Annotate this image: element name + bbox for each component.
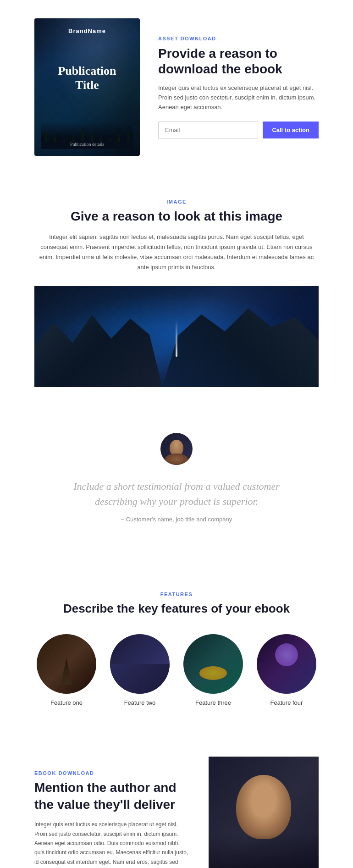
author-section: EBOOK DOWNLOAD Mention the author and th… <box>0 757 353 868</box>
cta-button-1[interactable]: Call to action <box>263 122 319 138</box>
ebook-download-label: EBOOK DOWNLOAD <box>34 770 190 776</box>
author-body: Integer quis erat luctus ex scelerisque … <box>34 820 190 868</box>
book-title-wrap: Publication Title <box>58 64 116 92</box>
author-heading: Mention the author and the value they'll… <box>34 780 190 813</box>
author-info: EBOOK DOWNLOAD Mention the author and th… <box>34 757 190 868</box>
mountains-left <box>34 306 162 387</box>
features-grid: Feature one Feature two Feature three Fe… <box>34 634 319 706</box>
image-heading: Give a reason to look at this image <box>34 209 319 224</box>
testimonial-author: – Customer's name, job title and company <box>34 516 319 523</box>
ebook-info: ASSET DOWNLOAD Provide a reason to downl… <box>158 36 319 138</box>
feature-circle-1 <box>37 634 96 694</box>
image-label: IMAGE <box>166 199 187 205</box>
email-input[interactable] <box>158 122 258 138</box>
feature-item-3: Feature three <box>181 634 245 706</box>
book-title: Publication Title <box>58 64 116 92</box>
author-photo <box>209 757 319 868</box>
book-cover: BrandName Publication Title Publication … <box>34 18 140 156</box>
feature-circle-4 <box>257 634 316 694</box>
book-details: Publication details <box>70 142 104 147</box>
email-row: Call to action <box>158 122 319 138</box>
features-heading: Describe the key features of your ebook <box>34 602 319 616</box>
feature-item-1: Feature one <box>34 634 99 706</box>
book-brand: BrandName <box>68 28 106 34</box>
mountains-right <box>162 301 319 387</box>
feature-circle-2 <box>110 634 170 694</box>
book-trees: Publication details <box>41 122 133 149</box>
testimonial-text: Include a short testimonial from a value… <box>62 479 291 509</box>
testimonial-section: Include a short testimonial from a value… <box>0 405 353 550</box>
ebook-heading: Provide a reason to download the ebook <box>158 46 319 77</box>
avatar <box>160 433 193 465</box>
features-section: FEATURES Describe the key features of yo… <box>0 569 353 729</box>
feature-label-3: Feature three <box>195 699 231 706</box>
feature-label-4: Feature four <box>270 699 303 706</box>
ebook-download-section: BrandName Publication Title Publication … <box>0 0 353 174</box>
feature-item-2: Feature two <box>108 634 172 706</box>
ebook-body: Integer quis erat luctus ex scelerisque … <box>158 83 319 112</box>
image-body: Integer elit sapien, sagittis non lectus… <box>39 232 314 272</box>
asset-download-label: ASSET DOWNLOAD <box>158 36 319 41</box>
author-photo-wrap: Author's name Job title and company 𝕏 ⊡ … <box>209 757 319 868</box>
features-label: FEATURES <box>34 592 319 597</box>
feature-circle-3 <box>183 634 243 694</box>
feature-label-2: Feature two <box>124 699 156 706</box>
hero-image <box>34 286 319 387</box>
image-section: IMAGE Give a reason to look at this imag… <box>0 174 353 387</box>
feature-label-1: Feature one <box>50 699 83 706</box>
feature-item-4: Feature four <box>254 634 319 706</box>
